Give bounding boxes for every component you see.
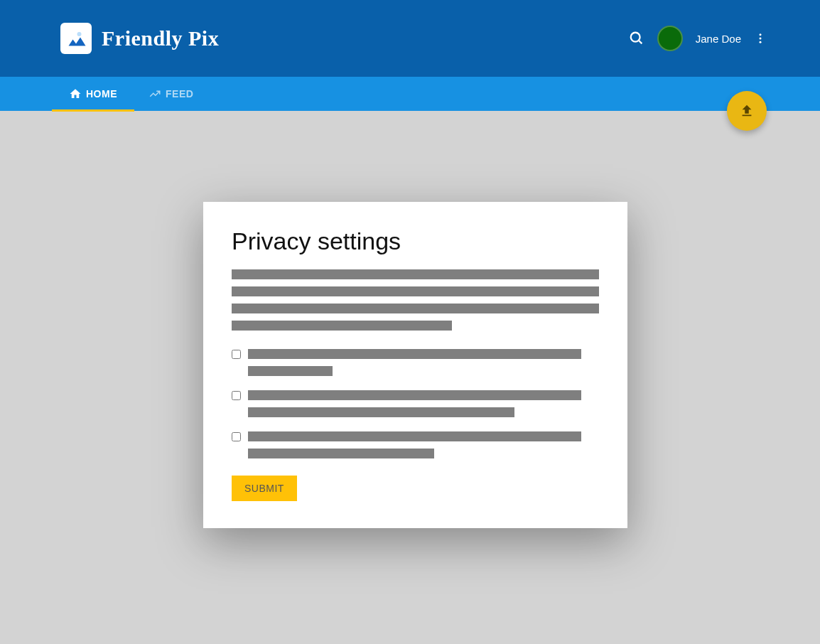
- nav-tab-label: FEED: [166, 88, 193, 100]
- nav-tab-label: HOME: [86, 88, 117, 100]
- logo[interactable]: Friendly Pix: [60, 23, 219, 54]
- svg-point-0: [77, 32, 82, 36]
- submit-button[interactable]: SUBMIT: [232, 476, 297, 501]
- dialog-title: Privacy settings: [232, 227, 599, 255]
- trending-icon: [149, 87, 161, 100]
- privacy-option-1: [232, 349, 599, 376]
- privacy-checkbox-2[interactable]: [232, 391, 241, 400]
- avatar[interactable]: [657, 26, 683, 51]
- svg-point-1: [631, 33, 640, 42]
- svg-line-2: [639, 41, 642, 44]
- username-label: Jane Doe: [696, 33, 741, 45]
- svg-point-5: [760, 41, 762, 43]
- home-icon: [69, 87, 82, 100]
- header-actions: Jane Doe: [629, 26, 767, 51]
- svg-point-4: [760, 38, 762, 40]
- privacy-option-text: [248, 349, 599, 376]
- more-vert-icon[interactable]: [754, 32, 767, 45]
- dialog-description: [232, 269, 599, 331]
- nav-tab-feed[interactable]: FEED: [140, 77, 202, 110]
- upload-button[interactable]: [727, 91, 767, 131]
- nav-bar: HOME FEED: [0, 77, 820, 111]
- nav-tabs: HOME FEED: [60, 77, 202, 110]
- upload-icon: [739, 103, 755, 119]
- privacy-option-3: [232, 431, 599, 458]
- privacy-option-2: [232, 390, 599, 417]
- privacy-checkbox-1[interactable]: [232, 350, 241, 359]
- nav-tab-home[interactable]: HOME: [60, 77, 126, 110]
- svg-point-3: [760, 33, 762, 36]
- app-header: Friendly Pix Jane Doe: [0, 0, 820, 77]
- content-area: Privacy settings: [0, 111, 820, 644]
- logo-image-icon: [60, 23, 92, 54]
- search-icon[interactable]: [629, 31, 644, 46]
- privacy-settings-dialog: Privacy settings: [203, 202, 627, 528]
- app-title: Friendly Pix: [102, 26, 219, 50]
- privacy-checkbox-3[interactable]: [232, 432, 241, 441]
- privacy-option-text: [248, 431, 599, 458]
- privacy-option-text: [248, 390, 599, 417]
